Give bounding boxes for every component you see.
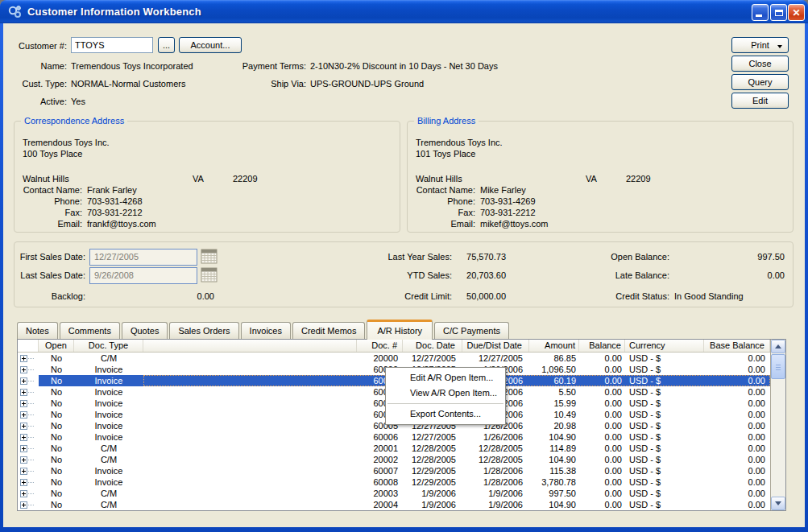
header-doc-type[interactable]: Doc. Type bbox=[74, 340, 143, 352]
row-expander-cell bbox=[18, 499, 39, 510]
cell-filler bbox=[143, 443, 357, 454]
header-base-balance[interactable]: Base Balance bbox=[704, 340, 770, 352]
expand-icon[interactable] bbox=[20, 501, 27, 509]
cell-filler bbox=[143, 488, 357, 499]
cell-base: 0.00 bbox=[704, 499, 770, 510]
account-button[interactable]: Account... bbox=[179, 37, 242, 53]
vertical-scrollbar[interactable] bbox=[770, 340, 785, 510]
tree-line bbox=[28, 460, 34, 460]
expand-icon[interactable] bbox=[20, 411, 27, 419]
table-row[interactable]: NoInvoice6000812/29/20051/28/20063,780.7… bbox=[18, 476, 770, 488]
row-expander-cell bbox=[18, 420, 39, 431]
cell-open: No bbox=[39, 431, 74, 443]
expand-icon[interactable] bbox=[20, 490, 27, 497]
tab-comments[interactable]: Comments bbox=[60, 322, 120, 339]
bill-contact-value: Mike Farley bbox=[480, 185, 526, 195]
tab-c-c-payments[interactable]: C/C Payments bbox=[434, 322, 509, 339]
cell-open: No bbox=[39, 454, 74, 465]
cell-base: 0.00 bbox=[704, 465, 770, 476]
corr-address-line1: Tremendous Toys Inc. bbox=[23, 138, 110, 147]
scrollbar-up-button[interactable] bbox=[771, 340, 785, 353]
menu-item-export-contents[interactable]: Export Contents... bbox=[386, 406, 505, 422]
cell-due-date: 1/28/2006 bbox=[462, 476, 529, 488]
row-expander-cell bbox=[18, 465, 39, 476]
minimize-button[interactable] bbox=[752, 4, 769, 21]
cell-doc-date: 12/28/2005 bbox=[403, 443, 462, 454]
first-sales-date-field[interactable]: 12/27/2005 bbox=[89, 249, 197, 266]
menu-item-view-a-r-open-item[interactable]: View A/R Open Item... bbox=[386, 386, 505, 401]
tab-invoices[interactable]: Invoices bbox=[241, 322, 291, 339]
last-sales-date-field[interactable]: 9/26/2008 bbox=[89, 267, 197, 284]
title-bar[interactable]: Customer Information Workbench ✕ bbox=[0, 0, 808, 23]
close-window-button[interactable]: ✕ bbox=[788, 4, 805, 21]
row-expander-cell bbox=[18, 443, 39, 454]
print-button[interactable]: Print bbox=[731, 37, 789, 53]
tab-sales-orders[interactable]: Sales Orders bbox=[169, 322, 238, 339]
header-due-dist-date[interactable]: Due/Dist Date bbox=[462, 340, 529, 352]
table-row[interactable]: NoC/M2000112/28/200512/28/2005114.890.00… bbox=[18, 443, 770, 454]
cell-doc-date: 1/9/2006 bbox=[403, 488, 462, 499]
table-row[interactable]: NoC/M200031/9/20061/9/2006997.500.00USD … bbox=[18, 488, 770, 499]
tab-a-r-history[interactable]: A/R History bbox=[367, 320, 433, 340]
cell-base: 0.00 bbox=[704, 476, 770, 488]
header-doc-number[interactable]: Doc. # bbox=[357, 340, 403, 352]
customer-number-input[interactable] bbox=[71, 37, 153, 53]
scrollbar-down-button[interactable] bbox=[771, 497, 785, 510]
table-row[interactable]: NoInvoice6000612/27/20051/26/2006104.900… bbox=[18, 431, 770, 443]
maximize-button[interactable] bbox=[770, 4, 787, 21]
cell-open: No bbox=[39, 353, 74, 364]
expand-icon[interactable] bbox=[20, 400, 27, 407]
cell-currency: USD - $ bbox=[625, 386, 704, 398]
expand-icon[interactable] bbox=[20, 377, 27, 385]
edit-button[interactable]: Edit bbox=[731, 93, 789, 109]
last-sales-calendar-icon[interactable] bbox=[201, 267, 218, 282]
menu-item-edit-a-r-open-item[interactable]: Edit A/R Open Item... bbox=[386, 370, 505, 386]
cell-due-date: 1/26/2006 bbox=[462, 431, 529, 443]
cell-type: Invoice bbox=[74, 431, 143, 443]
table-row[interactable]: NoC/M2000212/28/200512/28/2005104.900.00… bbox=[18, 454, 770, 465]
tab-notes[interactable]: Notes bbox=[17, 322, 58, 339]
expand-icon[interactable] bbox=[20, 479, 27, 486]
expand-icon[interactable] bbox=[20, 355, 27, 362]
cell-base: 0.00 bbox=[704, 364, 770, 375]
corr-phone-value: 703-931-4268 bbox=[87, 196, 143, 206]
expand-icon[interactable] bbox=[20, 434, 27, 441]
cell-balance: 0.00 bbox=[579, 431, 625, 443]
query-button[interactable]: Query bbox=[731, 74, 789, 90]
cell-balance: 0.00 bbox=[579, 465, 625, 476]
cell-type: C/M bbox=[74, 454, 143, 465]
header-open[interactable]: Open bbox=[39, 340, 74, 352]
header-doc-date[interactable]: Doc. Date bbox=[403, 340, 462, 352]
close-button[interactable]: Close bbox=[731, 56, 789, 72]
expand-icon[interactable] bbox=[20, 366, 27, 373]
expand-icon[interactable] bbox=[20, 445, 27, 452]
maximize-icon bbox=[775, 10, 783, 16]
cell-amount: 1,096.50 bbox=[529, 364, 579, 375]
header-balance[interactable]: Balance bbox=[579, 340, 625, 352]
expand-icon[interactable] bbox=[20, 389, 27, 396]
tree-line bbox=[28, 426, 34, 427]
expand-icon[interactable] bbox=[20, 468, 27, 475]
table-row[interactable]: NoInvoice6000712/29/20051/28/2006115.380… bbox=[18, 465, 770, 476]
header-amount[interactable]: Amount bbox=[529, 340, 579, 352]
cell-balance: 0.00 bbox=[579, 454, 625, 465]
customer-browse-button[interactable]: ... bbox=[158, 37, 175, 53]
table-row[interactable]: NoC/M200041/9/20061/9/2006104.900.00USD … bbox=[18, 499, 770, 510]
cell-currency: USD - $ bbox=[625, 364, 704, 375]
cell-base: 0.00 bbox=[704, 386, 770, 398]
sales-info-panel: First Sales Date: 12/27/2005 Last Sales … bbox=[14, 241, 793, 307]
corr-contact-value: Frank Farley bbox=[87, 185, 137, 195]
expand-icon[interactable] bbox=[20, 456, 27, 464]
cell-filler bbox=[143, 465, 357, 476]
first-sales-calendar-icon[interactable] bbox=[201, 249, 218, 264]
row-expander-cell bbox=[18, 476, 39, 488]
cell-open: No bbox=[39, 386, 74, 398]
header-currency[interactable]: Currency bbox=[625, 340, 704, 352]
scrollbar-thumb[interactable] bbox=[771, 354, 785, 379]
tab-credit-memos[interactable]: Credit Memos bbox=[292, 322, 365, 339]
expand-icon[interactable] bbox=[20, 423, 27, 430]
correspondence-address-legend: Correspondence Address bbox=[21, 116, 127, 126]
table-row[interactable]: NoC/M2000012/27/200512/27/200586.850.00U… bbox=[18, 353, 770, 364]
print-dropdown-icon bbox=[777, 45, 782, 51]
tab-quotes[interactable]: Quotes bbox=[122, 322, 168, 339]
